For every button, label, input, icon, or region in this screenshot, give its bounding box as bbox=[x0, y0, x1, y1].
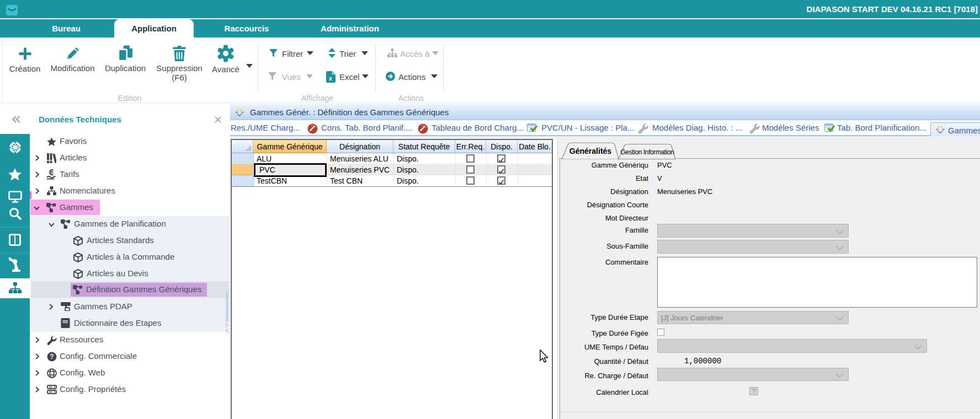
svg-text:x: x bbox=[329, 75, 332, 82]
svg-text:Gestion Information: Gestion Information bbox=[620, 148, 674, 156]
svg-text:Généralités: Généralités bbox=[569, 147, 611, 155]
